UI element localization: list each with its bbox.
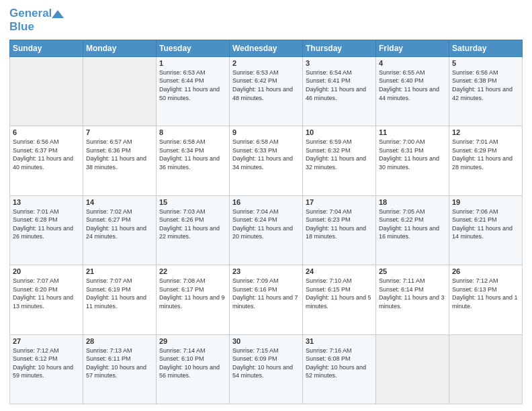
day-detail: Sunrise: 7:02 AMSunset: 6:27 PMDaylight:… [86, 208, 153, 241]
day-detail: Sunrise: 7:08 AMSunset: 6:17 PMDaylight:… [159, 277, 226, 310]
day-cell: 12Sunrise: 7:01 AMSunset: 6:29 PMDayligh… [449, 126, 523, 195]
day-number: 19 [452, 198, 519, 206]
day-cell: 17Sunrise: 7:04 AMSunset: 6:23 PMDayligh… [303, 195, 376, 265]
day-cell: 1Sunrise: 6:53 AMSunset: 6:44 PMDaylight… [157, 56, 230, 126]
day-number: 29 [159, 337, 226, 345]
day-number: 6 [13, 128, 80, 136]
day-detail: Sunrise: 6:59 AMSunset: 6:32 PMDaylight:… [306, 138, 373, 171]
week-row-4: 20Sunrise: 7:07 AMSunset: 6:20 PMDayligh… [10, 265, 523, 334]
day-cell: 19Sunrise: 7:06 AMSunset: 6:21 PMDayligh… [449, 195, 523, 265]
day-cell: 3Sunrise: 6:54 AMSunset: 6:41 PMDaylight… [303, 56, 376, 126]
day-number: 5 [452, 59, 519, 67]
day-detail: Sunrise: 7:16 AMSunset: 6:08 PMDaylight:… [306, 347, 373, 380]
weekday-saturday: Saturday [449, 40, 523, 56]
day-number: 17 [306, 198, 373, 206]
day-cell: 21Sunrise: 7:07 AMSunset: 6:19 PMDayligh… [83, 265, 157, 334]
day-detail: Sunrise: 7:12 AMSunset: 6:13 PMDaylight:… [452, 277, 519, 310]
day-detail: Sunrise: 6:56 AMSunset: 6:37 PMDaylight:… [13, 138, 80, 171]
day-detail: Sunrise: 7:14 AMSunset: 6:10 PMDaylight:… [159, 347, 226, 380]
day-number: 23 [232, 267, 300, 275]
day-number: 27 [13, 337, 80, 345]
day-number: 4 [379, 59, 446, 67]
day-number: 18 [379, 198, 446, 206]
day-number: 8 [159, 128, 226, 136]
day-detail: Sunrise: 7:03 AMSunset: 6:26 PMDaylight:… [159, 208, 226, 241]
day-detail: Sunrise: 7:15 AMSunset: 6:09 PMDaylight:… [232, 347, 300, 380]
day-number: 3 [306, 59, 373, 67]
day-cell: 9Sunrise: 6:58 AMSunset: 6:33 PMDaylight… [230, 126, 303, 195]
day-detail: Sunrise: 7:09 AMSunset: 6:16 PMDaylight:… [232, 277, 300, 310]
day-cell: 7Sunrise: 6:57 AMSunset: 6:36 PMDaylight… [83, 126, 157, 195]
day-detail: Sunrise: 7:05 AMSunset: 6:22 PMDaylight:… [379, 208, 446, 241]
day-number: 20 [13, 267, 80, 275]
page: General Blue SundayMondayTuesdayWednesda… [0, 0, 532, 411]
day-number: 1 [159, 59, 226, 67]
day-detail: Sunrise: 6:58 AMSunset: 6:33 PMDaylight:… [232, 138, 300, 171]
day-detail: Sunrise: 7:01 AMSunset: 6:28 PMDaylight:… [13, 208, 80, 241]
day-cell: 26Sunrise: 7:12 AMSunset: 6:13 PMDayligh… [449, 265, 523, 334]
day-number: 31 [306, 337, 373, 345]
day-cell: 25Sunrise: 7:11 AMSunset: 6:14 PMDayligh… [376, 265, 449, 334]
day-number: 24 [306, 267, 373, 275]
day-detail: Sunrise: 7:10 AMSunset: 6:15 PMDaylight:… [306, 277, 373, 310]
day-number: 7 [86, 128, 153, 136]
day-cell: 18Sunrise: 7:05 AMSunset: 6:22 PMDayligh… [376, 195, 449, 265]
week-row-5: 27Sunrise: 7:12 AMSunset: 6:12 PMDayligh… [10, 334, 523, 404]
day-number: 11 [379, 128, 446, 136]
day-detail: Sunrise: 7:07 AMSunset: 6:19 PMDaylight:… [86, 277, 153, 310]
calendar-table: SundayMondayTuesdayWednesdayThursdayFrid… [9, 40, 523, 404]
day-number: 9 [232, 128, 300, 136]
header: General Blue [9, 7, 523, 34]
day-number: 2 [232, 59, 300, 67]
week-row-3: 13Sunrise: 7:01 AMSunset: 6:28 PMDayligh… [10, 195, 523, 265]
day-number: 28 [86, 337, 153, 345]
day-cell: 20Sunrise: 7:07 AMSunset: 6:20 PMDayligh… [10, 265, 83, 334]
day-detail: Sunrise: 6:58 AMSunset: 6:34 PMDaylight:… [159, 138, 226, 171]
day-cell: 5Sunrise: 6:56 AMSunset: 6:38 PMDaylight… [449, 56, 523, 126]
day-detail: Sunrise: 7:13 AMSunset: 6:11 PMDaylight:… [86, 347, 153, 380]
day-cell: 13Sunrise: 7:01 AMSunset: 6:28 PMDayligh… [10, 195, 83, 265]
day-detail: Sunrise: 6:53 AMSunset: 6:42 PMDaylight:… [232, 68, 300, 102]
day-detail: Sunrise: 6:53 AMSunset: 6:44 PMDaylight:… [159, 68, 226, 102]
day-detail: Sunrise: 6:54 AMSunset: 6:41 PMDaylight:… [306, 68, 373, 102]
logo-general: General [9, 7, 52, 19]
day-cell: 2Sunrise: 6:53 AMSunset: 6:42 PMDaylight… [230, 56, 303, 126]
day-cell: 10Sunrise: 6:59 AMSunset: 6:32 PMDayligh… [303, 126, 376, 195]
day-detail: Sunrise: 6:55 AMSunset: 6:40 PMDaylight:… [379, 68, 446, 102]
logo-text: General [9, 7, 64, 20]
day-detail: Sunrise: 6:57 AMSunset: 6:36 PMDaylight:… [86, 138, 153, 171]
week-row-1: 1Sunrise: 6:53 AMSunset: 6:44 PMDaylight… [10, 56, 523, 126]
svg-marker-0 [52, 10, 64, 18]
day-detail: Sunrise: 7:04 AMSunset: 6:24 PMDaylight:… [232, 208, 300, 241]
day-number: 10 [306, 128, 373, 136]
day-cell: 27Sunrise: 7:12 AMSunset: 6:12 PMDayligh… [10, 334, 83, 404]
day-detail: Sunrise: 6:56 AMSunset: 6:38 PMDaylight:… [452, 68, 519, 102]
weekday-header-row: SundayMondayTuesdayWednesdayThursdayFrid… [10, 40, 523, 56]
day-cell [83, 56, 157, 126]
weekday-thursday: Thursday [303, 40, 376, 56]
day-number: 22 [159, 267, 226, 275]
day-cell: 11Sunrise: 7:00 AMSunset: 6:31 PMDayligh… [376, 126, 449, 195]
logo: General Blue [9, 7, 64, 34]
weekday-friday: Friday [376, 40, 449, 56]
day-cell: 23Sunrise: 7:09 AMSunset: 6:16 PMDayligh… [230, 265, 303, 334]
weekday-monday: Monday [83, 40, 157, 56]
day-number: 25 [379, 267, 446, 275]
day-detail: Sunrise: 7:12 AMSunset: 6:12 PMDaylight:… [13, 347, 80, 380]
day-cell [10, 56, 83, 126]
day-detail: Sunrise: 7:04 AMSunset: 6:23 PMDaylight:… [306, 208, 373, 241]
day-detail: Sunrise: 7:07 AMSunset: 6:20 PMDaylight:… [13, 277, 80, 310]
day-cell: 4Sunrise: 6:55 AMSunset: 6:40 PMDaylight… [376, 56, 449, 126]
day-detail: Sunrise: 7:11 AMSunset: 6:14 PMDaylight:… [379, 277, 446, 310]
day-cell: 6Sunrise: 6:56 AMSunset: 6:37 PMDaylight… [10, 126, 83, 195]
weekday-wednesday: Wednesday [230, 40, 303, 56]
logo-blue: Blue [9, 20, 64, 34]
day-cell: 29Sunrise: 7:14 AMSunset: 6:10 PMDayligh… [157, 334, 230, 404]
day-cell: 15Sunrise: 7:03 AMSunset: 6:26 PMDayligh… [157, 195, 230, 265]
day-number: 30 [232, 337, 300, 345]
day-cell: 14Sunrise: 7:02 AMSunset: 6:27 PMDayligh… [83, 195, 157, 265]
day-cell: 28Sunrise: 7:13 AMSunset: 6:11 PMDayligh… [83, 334, 157, 404]
day-cell: 24Sunrise: 7:10 AMSunset: 6:15 PMDayligh… [303, 265, 376, 334]
day-cell [376, 334, 449, 404]
day-number: 16 [232, 198, 300, 206]
